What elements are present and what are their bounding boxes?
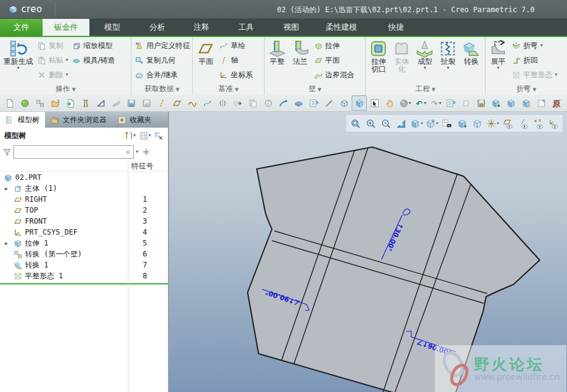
tree-row[interactable]: RIGHT1 [0,194,168,205]
wireframe-cube-icon[interactable] [336,95,352,111]
point-display-icon[interactable] [530,116,546,131]
tab-tools[interactable]: 工具 [223,19,269,36]
copy-geometry-icon[interactable] [246,95,261,111]
tree-row[interactable]: FRONT3 [0,216,168,227]
ghost-box-icon[interactable] [458,95,473,111]
tree-show-icon[interactable] [155,131,164,140]
datum-plane-icon[interactable] [170,95,185,111]
datum-plane-button[interactable]: 平面 [195,38,217,67]
group-label-engineering[interactable]: 工程▼ [367,84,483,95]
tab-folder-browser[interactable]: 文件夹浏览器 [45,112,112,128]
analysis-dart-icon[interactable] [321,95,336,111]
save-status-icon[interactable] [473,95,489,111]
flat-wall-button[interactable]: 平整 [266,38,288,67]
expander-icon[interactable]: ▶ [5,241,8,246]
tab-sheetmetal[interactable]: 钣金件 [43,19,89,36]
group-label-get-data[interactable]: 获取数据▼ [133,84,190,95]
axis-button[interactable]: 轴 [218,53,254,67]
corner-sheet-icon[interactable] [534,95,549,111]
extrude-wall-button[interactable]: 拉伸 [313,38,356,53]
scale-model-button[interactable]: 缩放模型 [71,38,116,53]
cube-solid-icon[interactable] [504,95,519,111]
unbend-button[interactable]: 展平▾ [487,38,509,72]
mold-cast-button[interactable]: 模具/铸造 [71,53,116,67]
layer-fan-icon[interactable] [109,95,124,111]
shaded-cube-icon[interactable] [352,95,367,111]
import-file-icon[interactable] [63,95,78,111]
tree-row[interactable]: ▶拉伸 15 [0,238,168,249]
tree-row[interactable]: ▶主体 (1) [0,183,168,194]
view-manager-icon[interactable] [439,116,454,131]
axis-display-icon[interactable] [515,116,530,131]
pan-hand-icon[interactable] [382,95,397,111]
refit-icon[interactable] [394,116,409,131]
datum-display-icon[interactable]: ▾ [485,116,500,131]
tree-row[interactable]: PRT_CSYS_DEF4 [0,227,168,238]
bookmark-pillar-icon[interactable] [78,95,94,111]
extend-icon[interactable] [231,95,246,111]
extrude-cut-button[interactable]: 拉伸切口 [367,38,389,75]
csys-button[interactable]: 坐标系 [218,67,254,82]
curve-icon[interactable] [185,95,200,111]
tab-model[interactable]: 模型 [89,19,135,36]
redo-icon[interactable]: ↷▾ [428,95,443,111]
expander-icon[interactable]: ▶ [5,186,8,191]
convert-button[interactable]: 转换 [460,38,482,67]
hierarchy-icon[interactable] [306,95,321,111]
appearance-sphere-icon[interactable]: ▾ [397,95,412,111]
tree-row[interactable]: 转换 17 [0,260,168,270]
tree-insert-indicator[interactable] [0,283,168,284]
group-label-wall[interactable]: 壁▼ [266,84,364,95]
component-cubes-icon[interactable] [33,95,48,111]
merge-inheritance-button[interactable]: 合并/继承 [133,67,191,82]
perspective-icon[interactable] [454,116,470,131]
tree-row[interactable]: 02.PRT [0,172,168,183]
save-icon[interactable] [124,95,139,111]
display-style-icon[interactable]: ▾ [409,116,424,131]
select-box-icon[interactable] [367,95,382,111]
udf-button[interactable]: 用户定义特征 [133,38,191,53]
zoom-region-icon[interactable] [348,116,363,131]
plane-display-icon[interactable] [500,116,515,131]
group-label-operations[interactable]: 操作▼ [2,84,129,95]
open-folder-icon[interactable] [48,95,63,111]
group-label-datum[interactable]: 基准▼ [195,84,262,95]
zoom-out-icon[interactable] [378,116,394,131]
tree-row[interactable]: TOP2 [0,205,168,216]
filter-add-icon[interactable]: + [140,146,153,157]
group-label-bends[interactable]: 折弯▼ [487,84,565,95]
zoom-in-icon[interactable] [363,116,378,131]
mirror-icon[interactable] [215,95,231,111]
revolve-circle-icon[interactable] [260,95,276,111]
boundary-blend-button[interactable]: 边界混合 [313,67,356,82]
tab-analysis[interactable]: 分析 [135,19,179,36]
transparent-cube-icon[interactable] [470,116,485,131]
material-home-icon[interactable] [18,95,33,111]
regen-list-icon[interactable] [443,95,458,111]
tab-favorites[interactable]: 收藏夹 [112,112,157,128]
regenerate-button[interactable]: 重新生成▾ [2,38,35,72]
tree-filter-input[interactable] [14,147,123,157]
bend-back-button[interactable]: 折回 [510,53,558,67]
tree-row[interactable]: 平整形态 18 [0,270,168,281]
tab-file[interactable]: 文件 [0,19,43,36]
tab-model-tree[interactable]: 模型树 [0,112,45,128]
filter-dropdown-icon[interactable]: ▾ [136,150,138,154]
bend-button[interactable]: 折弯▾ [510,38,558,53]
tab-annotate[interactable]: 注释 [179,19,223,36]
flange-wall-button[interactable]: 法兰 [290,38,311,67]
tree-settings-icon[interactable] [139,131,148,140]
tab-quick[interactable]: 快捷 [369,19,423,36]
tree-tools-icon[interactable] [124,131,133,140]
sketch-button[interactable]: 草绘 [218,38,254,53]
sketch-icon[interactable] [200,95,215,111]
render-slab-icon[interactable] [291,95,306,111]
datum-axis-icon[interactable] [155,95,170,111]
tab-flexible-modeling[interactable]: 柔性建模 [313,19,369,36]
swoosh-arrow-icon[interactable] [276,95,291,111]
shade-triangle-icon[interactable] [94,95,109,111]
undo-icon[interactable]: ↶▾ [412,95,428,111]
tree-row[interactable]: 转换 (第一个壁)6 [0,249,168,260]
saved-views-icon[interactable]: ▾ [424,116,439,131]
cube-edit-icon[interactable] [519,95,534,111]
